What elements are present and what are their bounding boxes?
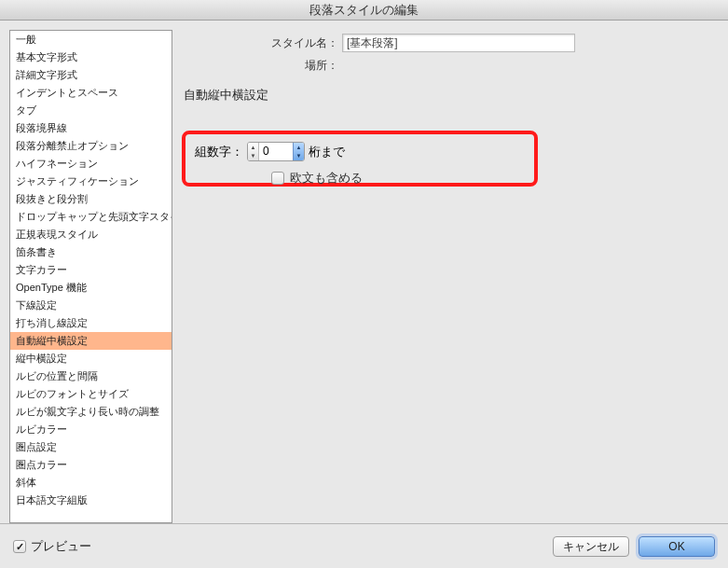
sidebar-item[interactable]: 圏点カラー xyxy=(10,456,172,474)
digits-suffix: 桁まで xyxy=(309,144,345,160)
sidebar-item[interactable]: 打ち消し線設定 xyxy=(10,314,172,332)
dialog-footer: プレビュー キャンセル OK xyxy=(0,523,728,568)
sidebar-item[interactable]: 基本文字形式 xyxy=(10,48,172,66)
category-sidebar[interactable]: 一般基本文字形式詳細文字形式インデントとスペースタブ段落境界線段落分離禁止オプシ… xyxy=(9,30,172,523)
sidebar-item[interactable]: OpenType 機能 xyxy=(10,279,172,297)
sidebar-item[interactable]: 段落境界線 xyxy=(10,119,172,137)
sidebar-item[interactable]: ルビの位置と間隔 xyxy=(10,367,172,385)
section-title: 自動縦中横設定 xyxy=(184,87,719,104)
style-name-label: スタイル名： xyxy=(184,35,342,51)
sidebar-item[interactable]: 文字カラー xyxy=(10,261,172,279)
include-roman-checkbox[interactable] xyxy=(271,172,284,185)
sidebar-item[interactable]: 縦中横設定 xyxy=(10,350,172,367)
sidebar-item[interactable]: 斜体 xyxy=(10,474,172,492)
sidebar-item[interactable]: ルビカラー xyxy=(10,421,172,438)
sidebar-item[interactable]: 箇条書き xyxy=(10,243,172,261)
chevron-down-icon[interactable]: ▼ xyxy=(248,152,258,161)
sidebar-item[interactable]: 段落分離禁止オプション xyxy=(10,137,172,155)
sidebar-item[interactable]: 正規表現スタイル xyxy=(10,226,172,243)
digits-row: 組数字： ▲ ▼ ▲ ▼ 桁まで xyxy=(195,142,345,161)
location-label: 場所： xyxy=(184,58,342,74)
digits-stepper[interactable]: ▲ ▼ ▲ ▼ xyxy=(247,142,305,161)
sidebar-item[interactable]: 下線設定 xyxy=(10,297,172,314)
main-panel: スタイル名： [基本段落] 場所： 自動縦中横設定 組数字： ▲ ▼ ▲ ▼ 桁… xyxy=(184,30,719,523)
sidebar-item[interactable]: ルビが親文字より長い時の調整 xyxy=(10,403,172,421)
preview-label: プレビュー xyxy=(31,538,91,555)
sidebar-item[interactable]: インデントとスペース xyxy=(10,84,172,102)
sidebar-item[interactable]: 詳細文字形式 xyxy=(10,66,172,84)
preview-checkbox[interactable] xyxy=(13,540,26,553)
style-name-row: スタイル名： [基本段落] xyxy=(184,34,719,52)
stepper-right-arrows[interactable]: ▲ ▼ xyxy=(293,143,304,160)
sidebar-item[interactable]: ドロップキャップと先頭文字スタイル xyxy=(10,208,172,226)
sidebar-item[interactable]: ジャスティフィケーション xyxy=(10,173,172,190)
preview-toggle[interactable]: プレビュー xyxy=(13,538,91,555)
chevron-down-icon[interactable]: ▼ xyxy=(294,152,304,161)
digits-input[interactable] xyxy=(259,143,293,160)
digits-label: 組数字： xyxy=(195,144,243,160)
location-row: 場所： xyxy=(184,58,719,74)
sidebar-item[interactable]: 日本語文字組版 xyxy=(10,492,172,509)
include-roman-label: 欧文も含める xyxy=(290,170,363,187)
window-title: 段落スタイルの編集 xyxy=(0,0,728,21)
sidebar-item[interactable]: タブ xyxy=(10,102,172,119)
chevron-up-icon[interactable]: ▲ xyxy=(248,143,258,152)
sidebar-item[interactable]: 圏点設定 xyxy=(10,438,172,456)
cancel-button[interactable]: キャンセル xyxy=(553,536,629,557)
sidebar-item[interactable]: ハイフネーション xyxy=(10,155,172,173)
chevron-up-icon[interactable]: ▲ xyxy=(294,143,304,152)
sidebar-item[interactable]: 一般 xyxy=(10,31,172,48)
sidebar-item[interactable]: 自動縦中横設定 xyxy=(10,332,172,350)
stepper-left-arrows[interactable]: ▲ ▼ xyxy=(248,143,259,160)
ok-button[interactable]: OK xyxy=(639,536,715,557)
include-roman-row: 欧文も含める xyxy=(271,170,363,187)
sidebar-item[interactable]: 段抜きと段分割 xyxy=(10,190,172,208)
style-name-field[interactable]: [基本段落] xyxy=(342,34,575,52)
sidebar-item[interactable]: ルビのフォントとサイズ xyxy=(10,385,172,403)
content-area: 一般基本文字形式詳細文字形式インデントとスペースタブ段落境界線段落分離禁止オプシ… xyxy=(0,21,728,523)
